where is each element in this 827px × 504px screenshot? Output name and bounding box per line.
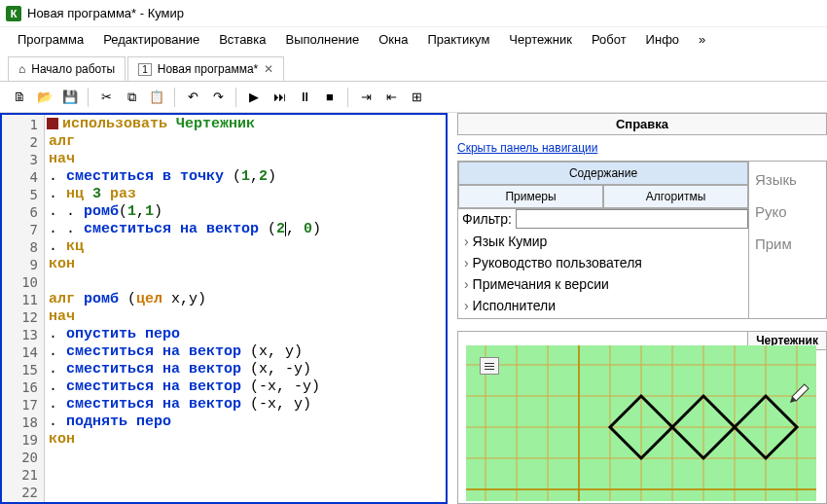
help-link-2[interactable]: Прим <box>755 235 820 252</box>
code-line-5[interactable]: . нц 3 раз <box>49 186 442 203</box>
undo-button[interactable]: ↶ <box>181 86 204 109</box>
outdent-icon: ⇤ <box>386 90 397 104</box>
help-link-0[interactable]: Языкь <box>755 171 820 188</box>
stop-button[interactable]: ■ <box>318 86 342 109</box>
run-icon: ▶ <box>249 90 259 104</box>
window-title: Новая программа* - Кумир <box>27 6 184 20</box>
help-link-1[interactable]: Руко <box>755 203 820 220</box>
code-line-12[interactable]: нач <box>49 308 442 326</box>
help-tree: Язык КумирРуководство пользователяПримеч… <box>458 229 748 318</box>
code-line-18[interactable]: . поднять перо <box>49 414 442 431</box>
document-tabs: ⌂Начало работы1Новая программа*✕ <box>0 53 827 82</box>
paste-button[interactable]: 📋 <box>145 86 168 109</box>
indent-button[interactable]: ⇥ <box>354 86 378 109</box>
toolbar: 🗎📂💾✂⧉📋↶↷▶⏭⏸■⇥⇤⊞ <box>0 82 827 113</box>
menu-1[interactable]: Редактирование <box>95 28 207 51</box>
menu-9[interactable]: » <box>691 28 713 51</box>
code-line-21[interactable] <box>49 466 442 484</box>
stop-icon: ■ <box>326 90 334 104</box>
menu-6[interactable]: Чертежник <box>501 28 580 51</box>
indent-icon: ⇥ <box>361 90 372 104</box>
help-nav: Содержание Примеры Алгоритмы Фильтр: Язы… <box>457 161 749 319</box>
tree-item-1[interactable]: Руководство пользователя <box>462 252 744 273</box>
open-button[interactable]: 📂 <box>33 86 56 109</box>
drawing-canvas[interactable] <box>466 345 816 501</box>
tab-label: Новая программа* <box>158 62 259 76</box>
code-line-17[interactable]: . сместиться на вектор (-x, y) <box>49 396 442 414</box>
hide-nav-link[interactable]: Скрыть панель навигации <box>457 137 827 161</box>
menu-0[interactable]: Программа <box>10 28 91 51</box>
code-line-15[interactable]: . сместиться на вектор (x, -y) <box>49 361 442 378</box>
step-button[interactable]: ⏭ <box>268 86 291 109</box>
line-gutter: 12345678910111213141516171819202122 <box>2 115 45 502</box>
step-icon: ⏭ <box>273 90 286 104</box>
ruler-icon: ⊞ <box>412 90 422 104</box>
nav-algorithms-button[interactable]: Алгоритмы <box>603 185 748 208</box>
filter-label: Фильтр: <box>458 209 516 229</box>
code-editor[interactable]: 12345678910111213141516171819202122 испо… <box>0 113 448 504</box>
code-area[interactable]: использовать Чертежникалгнач. сместиться… <box>45 115 446 502</box>
breakpoint-icon[interactable] <box>47 118 58 129</box>
code-line-20[interactable] <box>49 449 442 466</box>
tab-0[interactable]: ⌂Начало работы <box>8 56 126 81</box>
menubar: ПрограммаРедактированиеВставкаВыполнение… <box>0 27 827 53</box>
nav-examples-button[interactable]: Примеры <box>458 185 603 208</box>
pause-button[interactable]: ⏸ <box>293 86 316 109</box>
copy-button[interactable]: ⧉ <box>120 86 143 109</box>
code-line-22[interactable] <box>49 484 442 501</box>
code-line-2[interactable]: алг <box>49 133 442 151</box>
close-icon[interactable]: ✕ <box>264 62 273 76</box>
code-line-13[interactable]: . опустить перо <box>49 326 442 343</box>
save-button[interactable]: 💾 <box>58 86 82 109</box>
code-line-7[interactable]: . . сместиться на вектор (2, 0) <box>49 221 442 238</box>
canvas-menu-button[interactable] <box>480 357 499 375</box>
cut-button[interactable]: ✂ <box>94 86 118 109</box>
menu-8[interactable]: Инфо <box>638 28 687 51</box>
tree-item-3[interactable]: Исполнители <box>462 295 744 316</box>
tree-item-2[interactable]: Примечания к версии <box>462 273 744 295</box>
pause-icon: ⏸ <box>299 90 311 104</box>
save-icon: 💾 <box>62 90 78 104</box>
help-content: ЯзыкьРукоПрим <box>749 161 827 319</box>
tab-number: 1 <box>138 63 152 76</box>
code-line-4[interactable]: . сместиться в точку (1,2) <box>49 168 442 186</box>
code-line-14[interactable]: . сместиться на вектор (x, y) <box>49 343 442 361</box>
menu-3[interactable]: Выполнение <box>277 28 367 51</box>
code-line-11[interactable]: алг ромб (цел x,y) <box>49 291 442 308</box>
app-icon: К <box>6 6 21 21</box>
tree-item-0[interactable]: Язык Кумир <box>462 231 744 252</box>
paste-icon: 📋 <box>149 90 164 104</box>
copy-icon: ⧉ <box>127 90 136 105</box>
code-line-19[interactable]: кон <box>49 431 442 449</box>
home-icon: ⌂ <box>18 62 25 76</box>
tab-1[interactable]: 1Новая программа*✕ <box>127 56 284 81</box>
run-button[interactable]: ▶ <box>242 86 266 109</box>
code-line-6[interactable]: . . ромб(1,1) <box>49 203 442 221</box>
code-line-1[interactable]: использовать Чертежник <box>49 116 442 133</box>
menu-7[interactable]: Робот <box>584 28 634 51</box>
outdent-button[interactable]: ⇤ <box>379 86 403 109</box>
code-line-3[interactable]: нач <box>49 151 442 168</box>
code-line-10[interactable] <box>49 273 442 291</box>
code-line-8[interactable]: . кц <box>49 238 442 256</box>
help-panel-title: Справка <box>457 113 827 135</box>
tab-label: Начало работы <box>31 62 115 76</box>
menu-4[interactable]: Окна <box>371 28 415 51</box>
new-icon: 🗎 <box>14 90 26 104</box>
redo-icon: ↷ <box>213 90 224 104</box>
open-icon: 📂 <box>37 90 53 104</box>
ruler-button[interactable]: ⊞ <box>405 86 428 109</box>
menu-2[interactable]: Вставка <box>211 28 273 51</box>
redo-button[interactable]: ↷ <box>206 86 230 109</box>
titlebar: К Новая программа* - Кумир <box>0 0 827 27</box>
new-button[interactable]: 🗎 <box>8 86 31 109</box>
nav-contents-button[interactable]: Содержание <box>458 162 748 185</box>
undo-icon: ↶ <box>188 90 198 104</box>
code-line-16[interactable]: . сместиться на вектор (-x, -y) <box>49 378 442 396</box>
cut-icon: ✂ <box>101 90 112 104</box>
canvas-panel: Чертежник <box>457 331 827 504</box>
menu-5[interactable]: Практикум <box>419 28 497 51</box>
code-line-9[interactable]: кон <box>49 256 442 273</box>
filter-input[interactable] <box>516 209 748 229</box>
